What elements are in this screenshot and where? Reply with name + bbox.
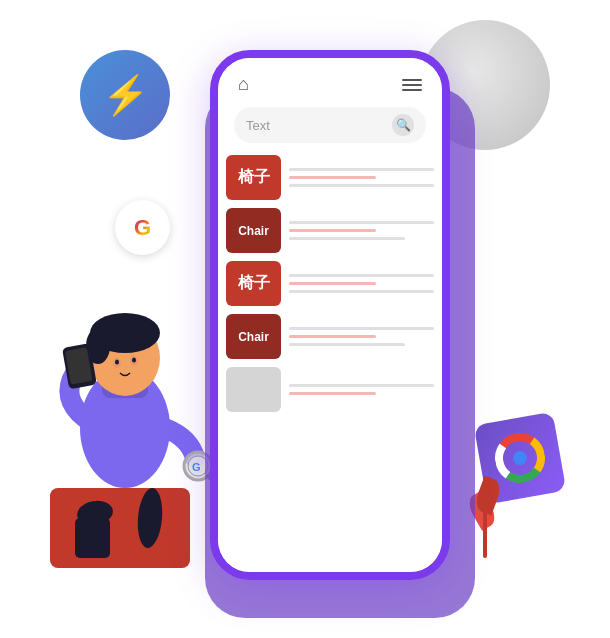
- svg-text:G: G: [192, 461, 201, 473]
- line: [289, 327, 434, 330]
- line: [289, 274, 434, 277]
- item-lines-1: [289, 168, 434, 187]
- search-bar[interactable]: Text 🔍: [234, 107, 426, 143]
- line: [289, 343, 405, 346]
- list-item[interactable]: 椅子: [226, 261, 434, 306]
- menu-line-3: [402, 89, 422, 91]
- menu-icon[interactable]: [402, 79, 422, 91]
- line: [289, 168, 434, 171]
- item-lines-5: [289, 384, 434, 395]
- phone-header: ⌂: [218, 58, 442, 103]
- line: [289, 229, 376, 232]
- item-tag-kanji-2: 椅子: [226, 261, 281, 306]
- home-icon[interactable]: ⌂: [238, 74, 249, 95]
- person-illustration: G: [20, 218, 230, 578]
- list-item[interactable]: 椅子: [226, 155, 434, 200]
- list-container: 椅子 Chair: [218, 155, 442, 572]
- line: [289, 392, 376, 395]
- line: [289, 282, 376, 285]
- scene: ⚡ G: [0, 0, 610, 638]
- line: [289, 184, 434, 187]
- lightning-decoration: ⚡: [80, 50, 170, 140]
- item-tag-english-1: Chair: [226, 208, 281, 253]
- svg-point-11: [115, 360, 119, 365]
- menu-line-2: [402, 84, 422, 86]
- item-lines-3: [289, 274, 434, 293]
- list-item[interactable]: Chair: [226, 314, 434, 359]
- search-placeholder: Text: [246, 118, 270, 133]
- line: [289, 384, 434, 387]
- list-item[interactable]: Chair: [226, 208, 434, 253]
- item-tag-gray: [226, 367, 281, 412]
- line: [289, 221, 434, 224]
- line: [289, 290, 434, 293]
- plant-stem: [483, 498, 487, 558]
- line: [289, 335, 376, 338]
- menu-line-1: [402, 79, 422, 81]
- item-tag-english-2: Chair: [226, 314, 281, 359]
- svg-rect-0: [50, 488, 190, 568]
- svg-rect-3: [75, 518, 110, 558]
- search-icon[interactable]: 🔍: [392, 114, 414, 136]
- line: [289, 237, 405, 240]
- item-tag-kanji-1: 椅子: [226, 155, 281, 200]
- item-lines-2: [289, 221, 434, 240]
- svg-point-12: [132, 358, 136, 363]
- line: [289, 176, 376, 179]
- lightning-icon: ⚡: [102, 73, 149, 117]
- list-item: [226, 367, 434, 412]
- phone-screen: ⌂ Text 🔍 椅子: [218, 58, 442, 572]
- phone-mockup: ⌂ Text 🔍 椅子: [210, 50, 450, 580]
- item-lines-4: [289, 327, 434, 346]
- chrome-center: [512, 450, 528, 466]
